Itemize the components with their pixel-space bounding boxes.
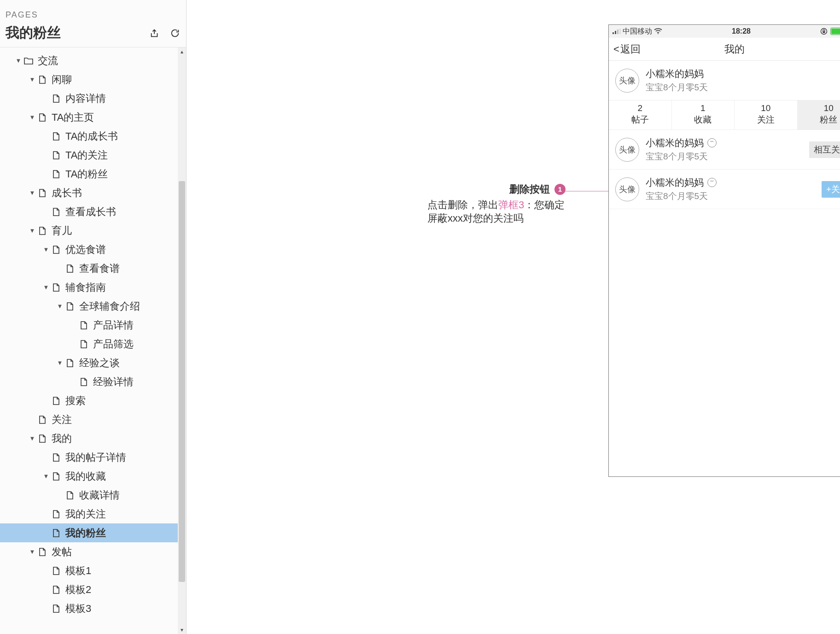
scrollbar-down-icon[interactable]: ▾ <box>178 626 186 634</box>
page-icon <box>52 283 61 292</box>
scrollbar[interactable]: ▴ ▾ <box>178 47 186 634</box>
tree-row[interactable]: ▼内容详情 <box>0 89 178 108</box>
tree-row[interactable]: ▼我的帖子详情 <box>0 448 178 467</box>
stat-tab[interactable]: 10粉丝 <box>798 100 840 129</box>
page-icon <box>52 510 61 519</box>
tree-label: 我的粉丝 <box>65 526 106 540</box>
page-icon <box>52 604 61 613</box>
tree-row[interactable]: ▼交流 <box>0 51 178 70</box>
tree-row[interactable]: ▼全球辅食介绍 <box>0 297 178 316</box>
tree-row[interactable]: ▼优选食谱 <box>0 240 178 259</box>
mutual-follow-button[interactable]: 相互关注 <box>809 141 840 158</box>
options-icon[interactable]: ⁻ <box>707 138 717 147</box>
tree-row[interactable]: ▼发帖 <box>0 542 178 561</box>
caret-icon[interactable]: ▼ <box>56 359 64 366</box>
caret-icon[interactable]: ▼ <box>29 548 36 555</box>
stat-tab[interactable]: 1收藏 <box>672 100 735 129</box>
page-icon <box>79 340 88 349</box>
tree-row[interactable]: ▼我的收藏 <box>0 467 178 486</box>
chevron-left-icon: < <box>613 43 619 55</box>
share-icon[interactable] <box>149 28 160 39</box>
sidebar: PAGES 我的粉丝 ▼交流▼闲聊▼内容详情▼TA的主页▼TA的成长书▼TA的关… <box>0 0 187 634</box>
stat-number: 10 <box>735 103 797 113</box>
caret-icon[interactable]: ▼ <box>42 284 50 291</box>
folder-icon <box>24 56 33 65</box>
tree-row[interactable]: ▼我的粉丝 <box>0 523 178 542</box>
stats-tabs: 2帖子1收藏10关注10粉丝 <box>609 100 840 130</box>
tree-row[interactable]: ▼闲聊 <box>0 70 178 89</box>
follow-button[interactable]: +关注 <box>822 181 840 198</box>
tree-row[interactable]: ▼育儿 <box>0 221 178 240</box>
tree-row[interactable]: ▼模板1 <box>0 561 178 580</box>
tree-row[interactable]: ▼模板2 <box>0 580 178 599</box>
tree-row[interactable]: ▼TA的主页 <box>0 108 178 127</box>
page-title: 我的粉丝 <box>6 23 61 42</box>
tree-label: 闲聊 <box>52 73 72 87</box>
tree-label: 我的 <box>52 432 72 446</box>
tree-row[interactable]: ▼收藏详情 <box>0 486 178 505</box>
page-icon <box>52 132 61 141</box>
page-icon <box>52 472 61 481</box>
page-icon <box>65 302 75 311</box>
caret-icon[interactable]: ▼ <box>15 57 22 64</box>
caret-icon[interactable]: ▼ <box>29 76 36 83</box>
page-icon <box>52 453 61 462</box>
tree-row[interactable]: ▼产品详情 <box>0 316 178 335</box>
profile-name: 小糯米的妈妈 <box>646 67 708 80</box>
tree-label: 交流 <box>38 54 58 68</box>
tree-label: TA的主页 <box>52 111 94 124</box>
caret-icon[interactable]: ▼ <box>42 473 50 480</box>
options-icon[interactable]: ⁻ <box>707 178 717 187</box>
refresh-icon[interactable] <box>169 28 181 39</box>
caret-icon[interactable]: ▼ <box>42 246 50 253</box>
fan-row: 头像小糯米的妈妈⁻宝宝8个月零5天+关注 <box>609 170 840 209</box>
tree-row[interactable]: ▼我的 <box>0 429 178 448</box>
tree-row[interactable]: ▼产品筛选 <box>0 335 178 353</box>
tree-row[interactable]: ▼经验详情 <box>0 372 178 391</box>
stat-tab[interactable]: 2帖子 <box>609 100 672 129</box>
tree-row[interactable]: ▼查看食谱 <box>0 259 178 278</box>
back-button[interactable]: < 返回 <box>613 42 641 56</box>
svg-rect-3 <box>619 29 621 34</box>
svg-rect-2 <box>617 29 618 34</box>
page-tree[interactable]: ▼交流▼闲聊▼内容详情▼TA的主页▼TA的成长书▼TA的关注▼TA的粉丝▼成长书… <box>0 47 178 634</box>
phone-mock: 中国移动 18:28 ⚡ < 返回 <box>608 24 840 477</box>
tree-row[interactable]: ▼模板3 <box>0 599 178 618</box>
tree-label: 产品详情 <box>93 318 134 332</box>
nav-bar: < 返回 我的 <box>609 38 840 61</box>
caret-icon[interactable]: ▼ <box>29 114 36 121</box>
avatar[interactable]: 头像 <box>615 69 639 93</box>
scrollbar-up-icon[interactable]: ▴ <box>178 47 186 56</box>
tree-label: 育儿 <box>52 224 72 238</box>
tree-row[interactable]: ▼TA的粉丝 <box>0 164 178 183</box>
stat-number: 10 <box>798 103 840 113</box>
tree-row[interactable]: ▼辅食指南 <box>0 278 178 297</box>
tree-label: 我的收藏 <box>65 470 106 483</box>
page-icon <box>65 491 75 500</box>
avatar[interactable]: 头像 <box>615 138 639 162</box>
tree-row[interactable]: ▼关注 <box>0 410 178 429</box>
stat-number: 2 <box>609 103 671 113</box>
tree-row[interactable]: ▼TA的关注 <box>0 146 178 164</box>
caret-icon[interactable]: ▼ <box>29 227 36 234</box>
avatar[interactable]: 头像 <box>615 177 639 201</box>
tree-label: 成长书 <box>52 186 82 200</box>
tree-label: 发帖 <box>52 545 72 559</box>
page-icon <box>52 528 61 538</box>
tree-row[interactable]: ▼查看成长书 <box>0 202 178 221</box>
scrollbar-thumb[interactable] <box>179 181 185 582</box>
tree-row[interactable]: ▼我的关注 <box>0 505 178 523</box>
annotation-link[interactable]: 弹框3 <box>498 199 524 211</box>
stat-number: 1 <box>672 103 735 113</box>
tree-row[interactable]: ▼成长书 <box>0 183 178 202</box>
tree-row[interactable]: ▼搜索 <box>0 391 178 410</box>
page-icon <box>52 207 61 217</box>
caret-icon[interactable]: ▼ <box>29 189 36 196</box>
caret-icon[interactable]: ▼ <box>29 435 36 442</box>
stat-tab[interactable]: 10关注 <box>735 100 798 129</box>
page-icon <box>38 434 47 443</box>
tree-row[interactable]: ▼经验之谈 <box>0 353 178 372</box>
tree-row[interactable]: ▼TA的成长书 <box>0 127 178 146</box>
caret-icon[interactable]: ▼ <box>56 303 64 310</box>
sidebar-section-label: PAGES <box>6 10 181 20</box>
